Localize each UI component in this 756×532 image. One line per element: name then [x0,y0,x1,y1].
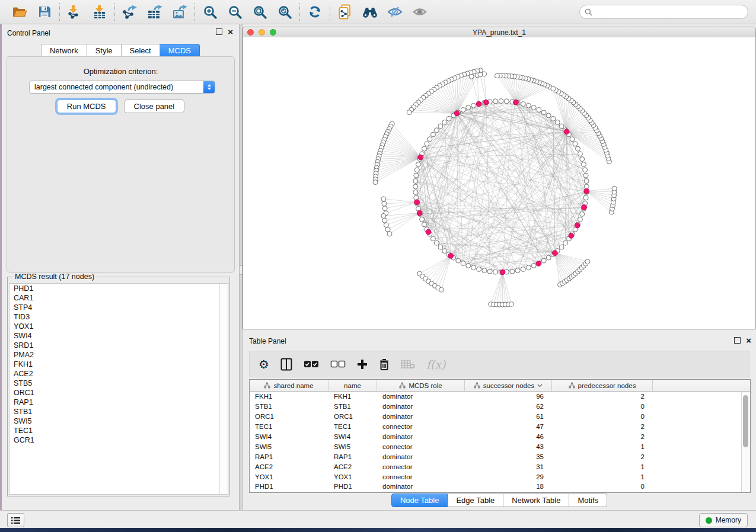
graph-mcds-node[interactable] [417,210,422,216]
save-session-icon[interactable] [36,4,53,20]
float-panel-icon[interactable] [216,28,222,35]
mcds-result-item[interactable]: PHD1 [9,284,228,293]
graph-node[interactable] [469,74,474,79]
graph-mcds-node[interactable] [426,229,431,235]
table-row[interactable]: YOX1YOX1connector291 [250,472,750,482]
graph-node[interactable] [413,179,418,184]
graph-node[interactable] [384,223,388,227]
graph-node[interactable] [531,105,536,110]
graph-mcds-node[interactable] [582,205,587,210]
graph-node[interactable] [381,213,386,218]
deselect-all-icon[interactable] [330,357,346,372]
table-row[interactable]: TEC1TEC1connector472 [250,422,750,432]
graph-node[interactable] [413,190,418,194]
mcds-result-item[interactable]: STB5 [9,379,228,388]
table-row[interactable]: SWI5SWI5connector431 [250,441,750,451]
graph-mcds-node[interactable] [484,100,489,105]
graph-node[interactable] [407,110,412,115]
table-row[interactable]: ACE2ACE2connector311 [250,462,750,472]
graph-node[interactable] [414,173,419,178]
graph-node[interactable] [521,267,525,271]
mcds-result-item[interactable]: SRD1 [9,341,228,350]
table-row[interactable]: SWI4SWI4dominator462 [250,432,750,442]
graph-node[interactable] [471,103,476,108]
open-session-icon[interactable] [11,4,28,20]
run-mcds-button[interactable]: Run MCDS [57,100,116,113]
table-scrollbar-thumb[interactable] [743,395,748,447]
graph-node[interactable] [581,162,586,167]
graph-node[interactable] [430,132,435,137]
graph-node[interactable] [430,236,435,241]
graph-mcds-node[interactable] [575,223,580,228]
mcds-result-item[interactable]: GCR1 [9,435,228,445]
graph-node[interactable] [546,113,551,118]
column-header-MCDS-role[interactable]: MCDS role [377,380,465,391]
graph-node[interactable] [422,222,426,227]
table-tab-network-table[interactable]: Network Table [503,493,569,507]
graph-mcds-node[interactable] [476,101,481,107]
close-panel-icon[interactable]: × [228,29,233,34]
network-window-titlebar[interactable]: YPA_prune.txt_1 [243,27,755,38]
graph-mcds-node[interactable] [584,188,589,194]
graph-node[interactable] [478,72,483,77]
memory-button[interactable]: Memory [699,513,748,527]
graph-node[interactable] [585,259,590,264]
refresh-layout-icon[interactable] [307,4,323,20]
graph-node[interactable] [521,101,525,106]
graph-node[interactable] [541,258,546,263]
new-network-from-selection-icon[interactable] [337,4,353,20]
search-input[interactable] [595,7,748,17]
graph-node[interactable] [382,206,387,211]
graph-node[interactable] [537,107,541,112]
column-header-predecessor-nodes[interactable]: predecessor nodes [552,380,653,391]
graph-node[interactable] [499,99,503,104]
graph-node[interactable] [385,227,390,232]
mcds-result-item[interactable]: RAP1 [9,398,228,407]
first-neighbors-icon[interactable] [362,4,378,20]
table-tab-edge-table[interactable]: Edge Table [448,493,503,507]
mcds-list-scrollbar[interactable] [219,284,228,494]
graph-node[interactable] [612,186,617,191]
graph-mcds-node[interactable] [536,261,541,266]
graph-node[interactable] [442,120,447,124]
mcds-result-item[interactable]: TID3 [9,312,228,322]
zoom-selected-icon[interactable] [276,4,293,20]
export-image-icon[interactable] [171,4,188,20]
graph-node[interactable] [420,217,425,222]
table-row[interactable]: ORC1ORC1dominator610 [250,412,750,422]
graph-node[interactable] [446,116,451,121]
graph-node[interactable] [580,211,585,216]
graph-node[interactable] [583,168,588,172]
graph-node[interactable] [555,120,560,124]
graph-node[interactable] [425,142,429,146]
graph-node[interactable] [559,124,564,129]
graph-node[interactable] [414,168,419,172]
graph-mcds-node[interactable] [454,111,460,116]
graph-node[interactable] [583,173,588,178]
mcds-result-item[interactable]: ORC1 [9,388,228,398]
column-header-successor-nodes[interactable]: successor nodes [465,380,552,391]
graph-node[interactable] [422,146,426,151]
graph-node[interactable] [387,232,392,236]
export-network-icon[interactable] [122,4,138,20]
mcds-result-item[interactable]: CAR1 [9,293,228,303]
graph-node[interactable] [461,261,465,266]
graph-node[interactable] [434,128,439,133]
graph-node[interactable] [434,241,439,245]
graph-node[interactable] [578,152,582,156]
graph-node[interactable] [373,180,378,185]
mcds-result-item[interactable]: YOX1 [9,322,228,331]
table-row[interactable]: PHD1PHD1dominator180 [250,482,750,492]
graph-mcds-node[interactable] [552,251,557,256]
delete-table-icon[interactable] [401,357,415,372]
zoom-in-icon[interactable] [202,4,218,20]
show-all-icon[interactable] [412,4,428,20]
graph-node[interactable] [439,287,444,292]
mcds-result-item[interactable]: STP4 [9,303,228,312]
graph-node[interactable] [504,99,509,104]
graph-node[interactable] [493,270,498,274]
close-panel-button[interactable]: Close panel [124,100,185,113]
graph-node[interactable] [559,245,564,249]
graph-mcds-node[interactable] [418,155,423,160]
table-tab-motifs[interactable]: Motifs [569,493,607,507]
